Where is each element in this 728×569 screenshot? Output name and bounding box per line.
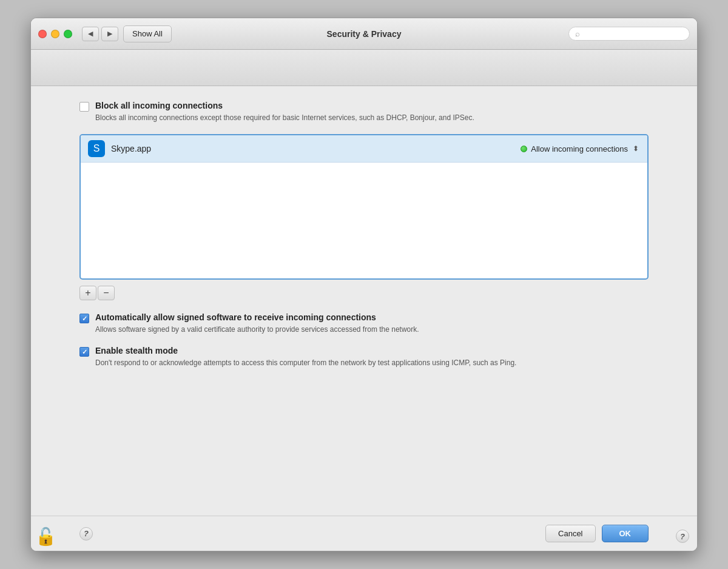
remove-app-button[interactable]: − (98, 286, 115, 300)
search-input[interactable] (582, 29, 679, 38)
global-help-button[interactable]: ? (676, 530, 689, 543)
bottom-right-buttons: Cancel OK (545, 525, 649, 542)
back-button[interactable]: ◀ (82, 27, 99, 41)
tabs-toolbar (31, 50, 697, 86)
connection-status: Allow incoming connections ⬍ (521, 144, 640, 153)
auto-allow-label-block: Automatically allow signed software to r… (95, 312, 419, 335)
stealth-label-block: Enable stealth mode Don't respond to or … (95, 346, 516, 368)
stealth-desc: Don't respond to or acknowledge attempts… (95, 357, 516, 368)
maximize-button[interactable] (64, 30, 72, 38)
help-button[interactable]: ? (79, 527, 93, 540)
status-text: Allow incoming connections (531, 144, 628, 153)
skype-icon: S (88, 140, 105, 157)
bottom-bar: ? Cancel OK (31, 516, 697, 551)
stealth-row: Enable stealth mode Don't respond to or … (79, 346, 649, 368)
options-section: Automatically allow signed software to r… (79, 312, 649, 368)
block-incoming-row: Block all incoming connections Blocks al… (79, 101, 649, 123)
stealth-checkbox[interactable] (79, 347, 89, 357)
auto-allow-label: Automatically allow signed software to r… (95, 312, 419, 322)
app-list[interactable]: S Skype.app Allow incoming connections ⬍ (79, 134, 649, 280)
app-name: Skype.app (111, 144, 521, 153)
status-dot (521, 146, 527, 152)
add-remove-row: + − (79, 286, 649, 300)
window-title: Security & Privacy (327, 29, 402, 39)
block-all-checkbox[interactable] (79, 102, 89, 112)
close-button[interactable] (38, 30, 47, 38)
titlebar: ◀ ▶ Show All Security & Privacy ⌕ (31, 18, 697, 50)
minimize-button[interactable] (51, 30, 59, 38)
search-icon: ⌕ (575, 29, 580, 38)
status-stepper[interactable]: ⬍ (632, 144, 640, 153)
show-all-button[interactable]: Show All (123, 25, 172, 42)
lock-icon: 🔓 (35, 527, 56, 546)
cancel-button[interactable]: Cancel (545, 525, 595, 542)
ok-button[interactable]: OK (602, 525, 649, 542)
block-all-desc: Blocks all incoming connections except t… (95, 112, 474, 123)
traffic-lights (38, 30, 72, 38)
auto-allow-row: Automatically allow signed software to r… (79, 312, 649, 335)
search-bar: ⌕ (568, 27, 690, 41)
nav-buttons: ◀ ▶ (82, 27, 118, 41)
lock-icon-area[interactable]: 🔓 (35, 527, 56, 547)
auto-allow-checkbox[interactable] (79, 314, 89, 323)
auto-allow-desc: Allows software signed by a valid certif… (95, 324, 419, 335)
security-privacy-window: ◀ ▶ Show All Security & Privacy ⌕ Block … (30, 18, 698, 551)
block-all-label: Block all incoming connections (95, 101, 474, 110)
app-list-item[interactable]: S Skype.app Allow incoming connections ⬍ (81, 135, 647, 163)
block-all-label-block: Block all incoming connections Blocks al… (95, 101, 474, 123)
add-app-button[interactable]: + (79, 286, 96, 300)
content-area: Block all incoming connections Blocks al… (31, 86, 697, 516)
stealth-label: Enable stealth mode (95, 346, 516, 355)
forward-button[interactable]: ▶ (101, 27, 118, 41)
